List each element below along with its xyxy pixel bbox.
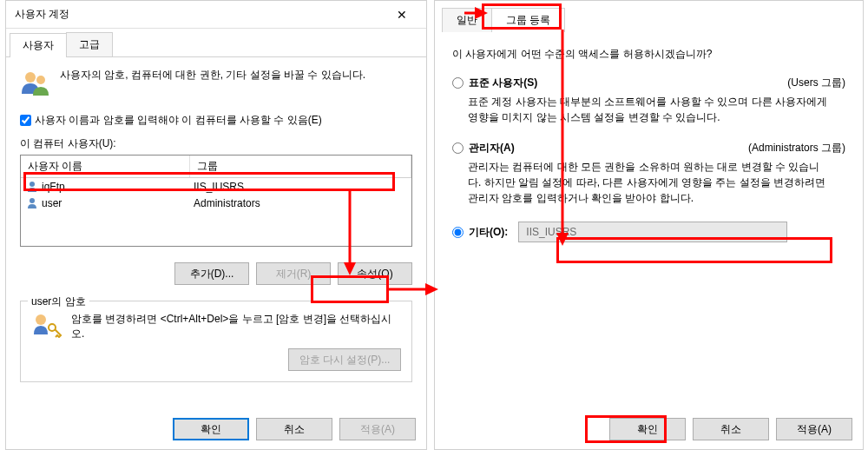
cancel-button[interactable]: 취소 bbox=[693, 418, 769, 440]
svg-point-2 bbox=[30, 182, 35, 187]
content-area: 사용자의 암호, 컴퓨터에 대한 권한, 기타 설정을 바꿀 수 있습니다. 사… bbox=[6, 57, 426, 393]
require-login-checkbox[interactable] bbox=[20, 115, 31, 126]
apply-button: 적용(A) bbox=[339, 418, 416, 440]
ok-button[interactable]: 확인 bbox=[173, 418, 249, 440]
access-prompt: 이 사용자에게 어떤 수준의 액세스를 허용하시겠습니까? bbox=[452, 47, 845, 62]
admin-desc: 관리자는 컴퓨터에 대한 모든 권한을 소유하며 원하는 대로 변경할 수 있습… bbox=[468, 159, 845, 206]
radio-admin-label: 관리자(A) bbox=[469, 141, 515, 156]
svg-point-1 bbox=[36, 76, 45, 84]
radio-standard-label: 표준 사용자(S) bbox=[469, 76, 537, 90]
close-icon[interactable]: ✕ bbox=[386, 3, 418, 27]
radio-other-label: 기타(O): bbox=[469, 225, 508, 240]
tab-users[interactable]: 사용자 bbox=[10, 33, 67, 57]
svg-point-4 bbox=[36, 314, 46, 325]
table-row[interactable]: iqFtp IIS_IUSRS bbox=[21, 178, 411, 195]
username-cell: iqFtp bbox=[42, 181, 194, 193]
radio-admin[interactable] bbox=[452, 142, 464, 154]
cancel-button[interactable]: 취소 bbox=[256, 418, 332, 440]
add-button[interactable]: 추가(D)... bbox=[174, 262, 249, 285]
ok-button[interactable]: 확인 bbox=[609, 418, 686, 440]
combo-value: IIS_IUSRS bbox=[526, 226, 576, 238]
tab-advanced[interactable]: 고급 bbox=[66, 32, 113, 56]
standard-hint: (Users 그룹) bbox=[787, 76, 845, 90]
admin-hint: (Administrators 그룹) bbox=[748, 141, 845, 156]
user-icon bbox=[26, 181, 38, 193]
table-row[interactable]: user Administrators bbox=[21, 195, 411, 211]
col-username[interactable]: 사용자 이름 bbox=[21, 156, 190, 177]
user-accounts-dialog: 사용자 계정 ✕ 사용자 고급 사용자의 암호, 컴퓨터에 대한 권한, 기타 … bbox=[5, 0, 427, 450]
info-text: 사용자의 암호, 컴퓨터에 대한 권한, 기타 설정을 바꿀 수 있습니다. bbox=[60, 68, 365, 83]
tabs: 사용자 고급 bbox=[6, 32, 426, 57]
user-icon bbox=[26, 197, 38, 209]
titlebar: 사용자 계정 ✕ bbox=[6, 1, 426, 29]
properties-dialog: 일반 그룹 등록 이 사용자에게 어떤 수준의 액세스를 허용하시겠습니까? 표… bbox=[434, 0, 864, 450]
svg-point-3 bbox=[30, 198, 35, 203]
tab-general[interactable]: 일반 bbox=[442, 8, 492, 32]
right-tabs: 일반 그룹 등록 bbox=[435, 8, 863, 33]
col-group[interactable]: 그룹 bbox=[190, 156, 411, 177]
svg-point-0 bbox=[25, 72, 36, 83]
remove-button: 제거(R) bbox=[256, 262, 331, 285]
standard-desc: 표준 계정 사용자는 대부분의 소프트웨어를 사용할 수 있으며 다른 사용자에… bbox=[468, 94, 845, 125]
users-icon bbox=[20, 68, 51, 99]
users-list-label: 이 컴퓨터 사용자(U): bbox=[20, 136, 412, 151]
right-content: 이 사용자에게 어떤 수준의 액세스를 허용하시겠습니까? 표준 사용자(S) … bbox=[435, 33, 863, 256]
radio-standard[interactable] bbox=[452, 77, 464, 89]
tab-group-membership[interactable]: 그룹 등록 bbox=[491, 8, 565, 32]
reset-password-button: 암호 다시 설정(P)... bbox=[288, 348, 401, 371]
dialog-title: 사용자 계정 bbox=[15, 7, 386, 22]
other-group-combo[interactable]: IIS_IUSRS bbox=[518, 222, 787, 242]
table-header: 사용자 이름 그룹 bbox=[21, 156, 411, 178]
properties-button[interactable]: 속성(O) bbox=[338, 262, 412, 285]
radio-other[interactable] bbox=[452, 227, 464, 238]
password-fieldset: user의 암호 암호를 변경하려면 <Ctrl+Alt+Del>을 누르고 [… bbox=[20, 301, 412, 382]
checkbox-label: 사용자 이름과 암호를 입력해야 이 컴퓨터를 사용할 수 있음(E) bbox=[35, 113, 322, 128]
apply-button[interactable]: 적용(A) bbox=[776, 418, 852, 440]
key-icon bbox=[31, 312, 62, 338]
password-text: 암호를 변경하려면 <Ctrl+Alt+Del>을 누르고 [암호 변경]을 선… bbox=[71, 312, 401, 341]
fieldset-legend: user의 암호 bbox=[28, 294, 89, 309]
group-cell: IIS_IUSRS bbox=[194, 181, 406, 193]
group-cell: Administrators bbox=[194, 197, 406, 209]
users-table: 사용자 이름 그룹 iqFtp IIS_IUSRS user Administr… bbox=[20, 155, 412, 247]
username-cell: user bbox=[42, 197, 194, 209]
